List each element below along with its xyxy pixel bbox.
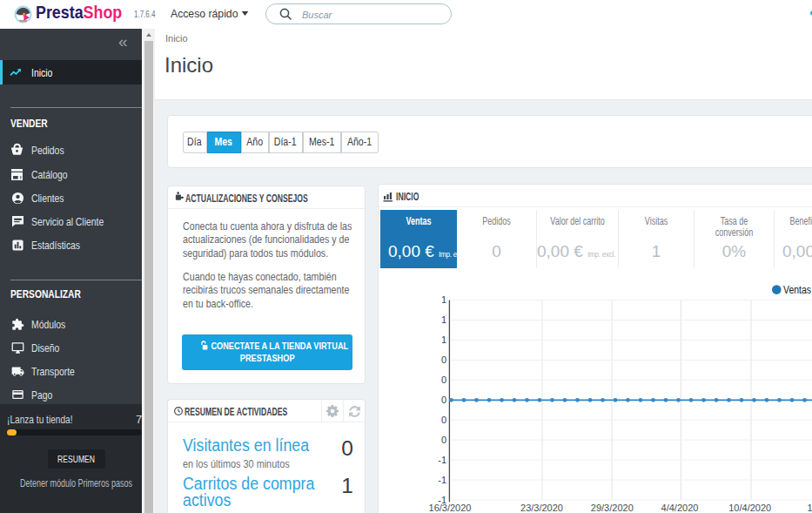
svg-text:Ventas: Ventas (783, 284, 811, 296)
svg-text:0: 0 (441, 435, 446, 445)
svg-text:1: 1 (441, 314, 446, 325)
svg-text:-1: -1 (438, 455, 446, 465)
svg-text:1: 1 (441, 334, 446, 345)
svg-text:-1: -1 (438, 475, 446, 485)
svg-text:0: 0 (441, 415, 446, 425)
svg-text:0: 0 (441, 354, 446, 365)
svg-text:1: 1 (441, 294, 446, 305)
svg-text:29/3/2020: 29/3/2020 (591, 503, 634, 513)
svg-text:23/3/2020: 23/3/2020 (520, 503, 563, 513)
svg-text:16/3/2020: 16/3/2020 (429, 503, 472, 513)
svg-text:10/4/2020: 10/4/2020 (728, 503, 771, 513)
svg-text:4/4/2020: 4/4/2020 (661, 503, 699, 513)
svg-text:16: 16 (808, 503, 812, 513)
svg-text:0: 0 (441, 395, 446, 405)
svg-text:0: 0 (441, 375, 446, 385)
